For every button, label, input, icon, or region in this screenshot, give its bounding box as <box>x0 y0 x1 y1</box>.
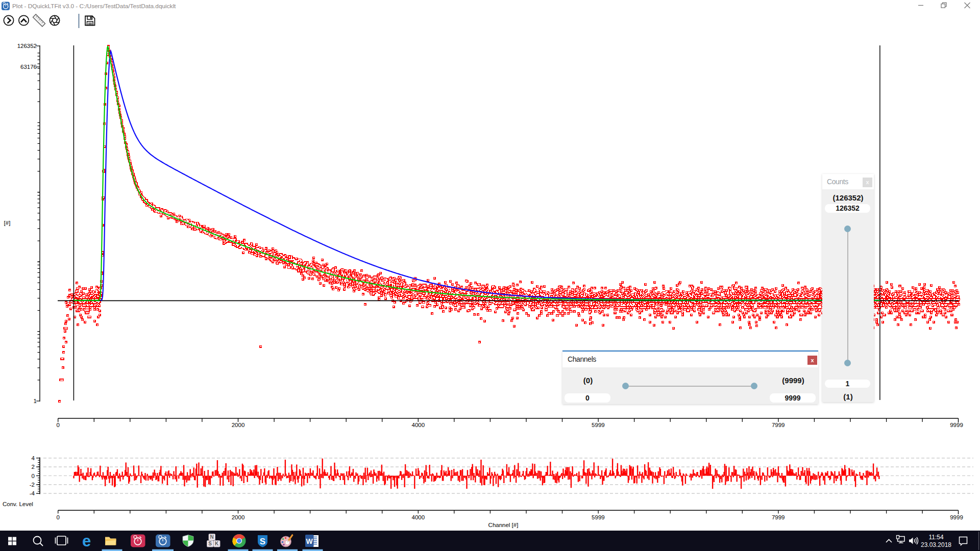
svg-text:Channel [#]: Channel [#] <box>488 522 519 528</box>
svg-text:5999: 5999 <box>592 422 605 428</box>
svg-text:4: 4 <box>32 455 35 461</box>
svg-text:1: 1 <box>34 398 37 404</box>
svg-text:2: 2 <box>32 464 35 470</box>
svg-text:0: 0 <box>32 473 35 479</box>
svg-text:9999: 9999 <box>950 514 963 520</box>
svg-text:9999: 9999 <box>950 422 963 428</box>
svg-text:Plot - DQuickLTFit v3.0 - C:/U: Plot - DQuickLTFit v3.0 - C:/Users/TestD… <box>12 3 176 10</box>
svg-text:-4: -4 <box>30 490 35 496</box>
svg-text:-2: -2 <box>30 482 35 488</box>
svg-text:2000: 2000 <box>232 514 245 520</box>
svg-text:126352: 126352 <box>17 43 37 49</box>
svg-text:7999: 7999 <box>772 422 785 428</box>
svg-text:4000: 4000 <box>412 422 425 428</box>
svg-text:5999: 5999 <box>592 514 605 520</box>
svg-text:[#]: [#] <box>4 220 11 226</box>
svg-text:0: 0 <box>56 514 59 520</box>
svg-text:4000: 4000 <box>412 514 425 520</box>
svg-text:7999: 7999 <box>772 514 785 520</box>
svg-text:2000: 2000 <box>232 422 245 428</box>
svg-text:0: 0 <box>56 422 59 428</box>
svg-text:Conv. Level: Conv. Level <box>3 501 33 507</box>
svg-text:63176: 63176 <box>20 64 37 70</box>
